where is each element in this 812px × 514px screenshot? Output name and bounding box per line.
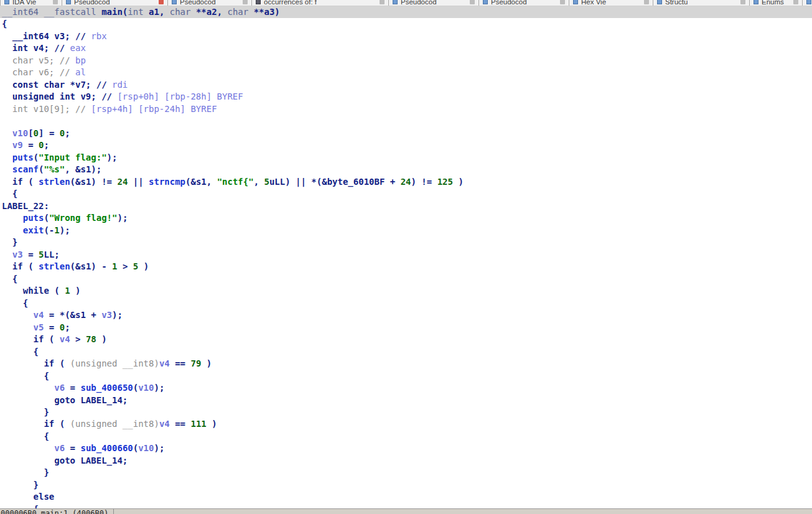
code-line[interactable]: {	[0, 431, 812, 442]
code-token-k[interactable]: )	[453, 177, 464, 187]
code-line[interactable]: if ( (unsigned __int8)v4 == 111 )	[0, 418, 812, 430]
code-token-k[interactable]: }	[2, 467, 49, 477]
code-line[interactable]: {	[0, 18, 812, 30]
code-token-k[interactable]: =	[23, 140, 39, 150]
tab-ida-vie[interactable]: IDA Vie	[0, 0, 62, 6]
code-token-n[interactable]: 24	[117, 177, 128, 187]
code-token-v[interactable]: v3	[101, 310, 112, 320]
code-token-v[interactable]: v4	[60, 334, 70, 344]
close-icon[interactable]	[560, 0, 565, 4]
close-icon[interactable]	[159, 0, 164, 4]
code-token-k[interactable]: {	[2, 298, 28, 308]
code-line[interactable]: }	[0, 406, 812, 418]
code-token-f[interactable]: scanf	[2, 164, 39, 174]
code-token-v[interactable]: v10	[2, 128, 28, 138]
code-token-n[interactable]: 125	[437, 177, 453, 187]
code-token-v[interactable]: v5	[2, 322, 44, 332]
code-token-g[interactable]: int v10[9]; //	[2, 104, 91, 114]
code-token-n[interactable]: 0	[60, 128, 65, 138]
code-token-g[interactable]: (unsigned __int8)	[70, 358, 159, 368]
close-icon[interactable]	[793, 0, 798, 4]
code-token-t[interactable]: char	[228, 7, 249, 17]
tab-pseudocod[interactable]: Pseudocod	[479, 0, 569, 6]
code-token-c[interactable]: [rsp+0h] [rbp-28h] BYREF	[117, 91, 243, 101]
code-token-k[interactable]: );	[117, 213, 128, 223]
code-token-k[interactable]: **a3)	[248, 7, 280, 17]
code-token-k[interactable]: ;	[65, 128, 70, 138]
code-token-k[interactable]: __int64 v3; //	[2, 31, 91, 41]
code-token-k[interactable]: ;	[44, 140, 49, 150]
code-line[interactable]: int v10[9]; // [rsp+4h] [rbp-24h] BYREF	[0, 103, 812, 115]
code-token-k[interactable]: if (	[2, 177, 39, 187]
code-token-n[interactable]: 111	[190, 419, 206, 429]
code-token-k[interactable]: ;	[65, 322, 70, 332]
code-token-k[interactable]: else	[2, 492, 54, 502]
code-token-f[interactable]: puts	[2, 152, 34, 162]
code-token-k[interactable]: }	[2, 480, 39, 490]
code-line[interactable]: unsigned int v9; // [rsp+0h] [rbp-28h] B…	[0, 91, 812, 103]
code-line[interactable]: __int64 v3; // rbx	[0, 30, 812, 42]
code-token-k[interactable]: if (	[2, 261, 39, 271]
code-token-k[interactable]: = *(&s1 +	[44, 310, 101, 320]
code-token-k[interactable]: );	[154, 443, 164, 453]
code-line[interactable]: {	[0, 273, 812, 285]
code-line[interactable]: while ( 1 )	[0, 285, 812, 297]
code-token-s[interactable]: "%s"	[44, 164, 65, 174]
code-token-n[interactable]: 0	[60, 322, 65, 332]
code-token-k[interactable]: ==	[170, 419, 191, 429]
code-token-k[interactable]: >	[70, 334, 86, 344]
code-token-t[interactable]: int	[128, 7, 143, 17]
code-token-k[interactable]: );	[112, 310, 123, 320]
code-token-g[interactable]: char v6; //	[2, 67, 75, 77]
code-token-k[interactable]: a1,	[144, 7, 170, 17]
code-line[interactable]: v4 = *(&s1 + v3);	[0, 309, 812, 321]
tab-hex-vie[interactable]: Hex Vie	[569, 0, 653, 6]
code-token-v[interactable]: v3	[2, 250, 23, 259]
code-token-v[interactable]: v4	[159, 419, 170, 429]
code-token-c[interactable]: eax	[70, 43, 86, 53]
code-line[interactable]: if ( (unsigned __int8)v4 == 79 )	[0, 358, 812, 370]
code-token-k[interactable]: {	[2, 189, 17, 199]
code-line[interactable]: if ( v4 > 78 )	[0, 334, 812, 345]
code-token-k[interactable]: {	[2, 347, 39, 357]
code-token-k[interactable]: (	[133, 383, 138, 393]
code-line[interactable]: {	[0, 346, 812, 358]
tab-occurrences-of-f[interactable]: occurrences of: f	[252, 0, 389, 6]
code-token-n[interactable]: 5	[264, 177, 269, 187]
code-token-g[interactable]: char v5; //	[2, 55, 75, 65]
code-token-k[interactable]: =	[65, 383, 80, 393]
code-token-k[interactable]: =	[44, 322, 59, 332]
code-line[interactable]: v10[0] = 0;	[0, 128, 812, 139]
code-token-v[interactable]: v6	[2, 383, 65, 393]
code-token-t[interactable]: __int64 __fastcall	[2, 7, 101, 17]
pseudocode-view[interactable]: __int64 __fastcall main(int a1, char **a…	[0, 6, 812, 514]
code-token-k[interactable]: )	[207, 419, 217, 429]
code-token-k[interactable]: {	[2, 371, 49, 381]
code-token-s[interactable]: "Wrong flag!"	[49, 213, 118, 223]
code-token-k[interactable]: )	[96, 334, 107, 344]
code-token-t[interactable]: char	[170, 7, 191, 17]
code-token-k[interactable]: [	[28, 128, 33, 138]
close-icon[interactable]	[644, 0, 649, 4]
tab-impo[interactable]: Impo	[803, 0, 812, 6]
code-token-k[interactable]: =	[65, 443, 80, 453]
code-token-f[interactable]: strlen	[39, 261, 70, 271]
code-token-k[interactable]: goto LABEL_14;	[2, 395, 128, 405]
code-token-k[interactable]: ] =	[39, 128, 60, 138]
code-token-f[interactable]: sub_400660	[80, 443, 133, 453]
code-line[interactable]: }	[0, 479, 812, 491]
close-icon[interactable]	[243, 0, 248, 4]
code-token-n[interactable]: 1	[54, 225, 59, 235]
tab-pseudocod[interactable]: Pseudocod	[62, 0, 168, 6]
code-line[interactable]: {	[0, 188, 812, 200]
code-token-n[interactable]: 5	[133, 261, 138, 271]
code-token-k[interactable]: );	[107, 152, 118, 162]
code-token-k[interactable]: (&s1,	[185, 177, 217, 187]
code-token-k[interactable]: if (	[2, 334, 60, 344]
code-token-f[interactable]: strncmp	[149, 177, 185, 187]
code-line[interactable]	[0, 115, 812, 127]
close-icon[interactable]	[380, 0, 385, 4]
code-line[interactable]: v6 = sub_400660(v10);	[0, 442, 812, 454]
tab-enums[interactable]: Enums	[750, 0, 803, 6]
code-token-k[interactable]: )	[138, 261, 149, 271]
